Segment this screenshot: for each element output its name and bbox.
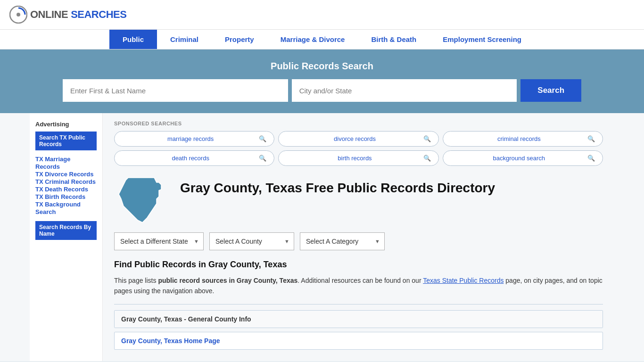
- county-dropdown-wrapper: Select A County ▼: [209, 232, 294, 250]
- logo-icon: [9, 6, 27, 24]
- sidebar-link-birth[interactable]: TX Birth Records: [35, 193, 85, 200]
- tag-death-records[interactable]: death records 🔍: [114, 150, 274, 166]
- logo-text-online: ONLINE: [30, 8, 68, 21]
- find-desc-part2: . Additional resources can be found on o…: [297, 277, 423, 284]
- tag-birth-records-text: birth records: [286, 155, 423, 162]
- search-icon-4: 🔍: [423, 155, 431, 162]
- content-area: SPONSORED SEARCHES marriage records 🔍 di…: [103, 113, 614, 361]
- info-section-2: Gray County, Texas Home Page: [114, 332, 603, 350]
- search-icon-5: 🔍: [587, 155, 595, 162]
- tag-death-records-text: death records: [122, 155, 259, 162]
- info-section-1-title: Gray County, Texas - General County Info: [115, 311, 603, 328]
- directory-header: Gray County, Texas Free Public Records D…: [114, 175, 603, 225]
- find-desc-bold: public record sources in Gray County, Te…: [158, 277, 297, 284]
- dropdowns-row: Select a Different State ▼ Select A Coun…: [114, 232, 603, 250]
- tag-criminal-records[interactable]: criminal records 🔍: [443, 131, 603, 147]
- search-banner-title: Public Records Search: [9, 61, 635, 72]
- search-by-name-button[interactable]: Search Records By Name: [35, 221, 97, 240]
- tag-divorce-records[interactable]: divorce records 🔍: [278, 131, 438, 147]
- category-dropdown[interactable]: Select A Category: [300, 232, 385, 250]
- search-icon-0: 🔍: [259, 135, 266, 142]
- nav-item-public[interactable]: Public: [109, 30, 157, 49]
- search-button[interactable]: Search: [520, 79, 581, 102]
- find-desc-part1: This page lists: [114, 277, 158, 284]
- search-icon-1: 🔍: [423, 135, 431, 142]
- sidebar-link-criminal[interactable]: TX Criminal Records: [35, 178, 96, 185]
- sidebar-link-death[interactable]: TX Death Records: [35, 186, 88, 193]
- find-desc-link[interactable]: Texas State Public Records: [423, 277, 504, 284]
- nav-item-employment[interactable]: Employment Screening: [429, 30, 535, 49]
- sidebar-links: TX Marriage Records TX Divorce Records T…: [35, 155, 97, 215]
- sponsored-label: SPONSORED SEARCHES: [114, 121, 603, 126]
- logo-text-searches: SEARCHES: [71, 8, 126, 21]
- sidebar: Advertising Search TX Public Records TX …: [30, 113, 103, 361]
- search-tx-button[interactable]: Search TX Public Records: [35, 132, 97, 150]
- nav-item-marriage-divorce[interactable]: Marriage & Divorce: [267, 30, 358, 49]
- search-banner: Public Records Search Search: [0, 49, 644, 113]
- name-input[interactable]: [63, 79, 288, 102]
- state-dropdown[interactable]: Select a Different State: [114, 232, 204, 250]
- county-dropdown[interactable]: Select A County: [209, 232, 294, 250]
- logo-area: ONLINE SEARCHES: [9, 6, 635, 24]
- nav-item-birth-death[interactable]: Birth & Death: [358, 30, 429, 49]
- sidebar-link-marriage[interactable]: TX Marriage Records: [35, 156, 70, 170]
- tag-marriage-records[interactable]: marriage records 🔍: [114, 131, 274, 147]
- nav-bar: Public Criminal Property Marriage & Divo…: [0, 29, 644, 49]
- tag-background-search-text: background search: [451, 155, 587, 162]
- info-section-1: Gray County, Texas - General County Info: [114, 310, 603, 328]
- state-dropdown-wrapper: Select a Different State ▼: [114, 232, 204, 250]
- info-section-2-title[interactable]: Gray County, Texas Home Page: [115, 332, 603, 349]
- svg-point-1: [17, 13, 20, 16]
- find-desc: This page lists public record sources in…: [114, 275, 603, 296]
- search-tags-grid: marriage records 🔍 divorce records 🔍 cri…: [114, 131, 603, 166]
- tag-criminal-records-text: criminal records: [451, 135, 587, 142]
- tag-divorce-records-text: divorce records: [286, 135, 423, 142]
- sidebar-link-background[interactable]: TX Background Search: [35, 201, 81, 215]
- advertising-label: Advertising: [35, 121, 97, 128]
- texas-map-icon: [114, 175, 171, 225]
- tag-background-search[interactable]: background search 🔍: [443, 150, 603, 166]
- directory-title: Gray County, Texas Free Public Records D…: [180, 175, 495, 196]
- nav-item-property[interactable]: Property: [212, 30, 267, 49]
- search-icon-3: 🔍: [259, 155, 266, 162]
- tag-birth-records[interactable]: birth records 🔍: [278, 150, 438, 166]
- tag-marriage-records-text: marriage records: [122, 135, 259, 142]
- divider: [114, 304, 603, 304]
- find-title: Find Public Records in Gray County, Texa…: [114, 260, 603, 270]
- sidebar-link-divorce[interactable]: TX Divorce Records: [35, 171, 94, 178]
- search-icon-2: 🔍: [587, 135, 595, 142]
- city-input[interactable]: [292, 79, 517, 102]
- category-dropdown-wrapper: Select A Category ▼: [300, 232, 385, 250]
- nav-item-criminal[interactable]: Criminal: [157, 30, 212, 49]
